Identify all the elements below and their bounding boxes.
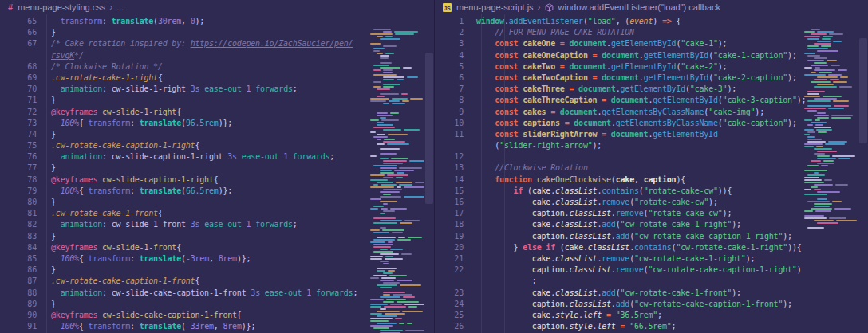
line-number	[0, 50, 37, 61]
code-line[interactable]: 89}	[0, 299, 434, 310]
code-line[interactable]: 68/* Clockwise Rotation */	[0, 61, 434, 72]
code-line[interactable]: 12	[435, 151, 868, 163]
scrollbar[interactable]	[424, 29, 434, 333]
code-line[interactable]: 10 const captions = document.getElements…	[435, 118, 868, 129]
code-line[interactable]: 85 100%{ transform: translate(-3rem, 8re…	[0, 253, 434, 264]
line-number: 68	[0, 61, 37, 72]
code-line[interactable]: ;	[435, 276, 868, 287]
code-line[interactable]: 90@keyframes cw-slide-cake-caption-1-fro…	[0, 310, 434, 321]
line-number: 4	[435, 50, 464, 61]
code-line[interactable]: 75.cw-rotate-cake-caption-1-right{	[0, 140, 434, 151]
code-line[interactable]: 70 animation: cw-slide-1-right 3s ease-o…	[0, 84, 434, 95]
minimap[interactable]	[804, 29, 858, 333]
code-line[interactable]: 23 cake.classList.add("cw-rotate-cake-1-…	[435, 288, 868, 299]
code-line[interactable]: 81.cw-rotate-cake-1-front{	[0, 208, 434, 219]
code-line[interactable]: 80}	[0, 197, 434, 208]
code-line[interactable]: 20 } else if (cake.classList.contains("c…	[435, 242, 868, 253]
code-line[interactable]: 78@keyframes cw-slide-caption-1-right{	[0, 174, 434, 186]
code-line[interactable]: 87.cw-rotate-cake-caption-1-front{	[0, 276, 434, 287]
code-line[interactable]: 69.cw-rotate-cake-1-right{	[0, 72, 434, 84]
code-line[interactable]: 19 caption.classList.add("cw-rotate-cake…	[435, 231, 868, 242]
line-number: 86	[0, 264, 37, 276]
code-line[interactable]: 18 cake.classList.add("cw-rotate-cake-1-…	[435, 219, 868, 230]
code-line[interactable]: 25 cake.style.left = "36.5rem";	[435, 310, 868, 321]
line-number: 90	[0, 310, 37, 321]
code-line[interactable]: 88 animation: cw-slide-cake-caption-1-fr…	[0, 288, 434, 299]
code-line[interactable]: 66}	[0, 27, 434, 38]
breadcrumb-file-js[interactable]: menu-page-script.js	[456, 2, 534, 12]
minimap[interactable]	[370, 29, 424, 333]
code-area-css[interactable]: 65 transform: translate(30rem, 0);66}67/…	[0, 14, 434, 333]
code-line[interactable]: 16 cake.classList.remove("rotate-cake-cw…	[435, 197, 868, 208]
line-number: 11	[435, 129, 464, 140]
code-line[interactable]: 65 transform: translate(30rem, 0);	[0, 16, 434, 27]
code-line[interactable]: 6 const cakeTwoCaption = document.getEle…	[435, 72, 868, 84]
code-line[interactable]: 76 animation: cw-slide-caption-1-right 3…	[0, 151, 434, 163]
code-line[interactable]: 9 const cakes = document.getElementsByCl…	[435, 107, 868, 118]
code-line[interactable]: 86}	[0, 264, 434, 276]
code-line[interactable]: 8 const cakeThreeCaption = document.getE…	[435, 95, 868, 106]
line-number: 18	[435, 219, 464, 230]
code-line[interactable]: 4 const cakeOneCaption = document.getEle…	[435, 50, 868, 61]
line-number: 3	[435, 38, 464, 49]
code-line[interactable]: 91 100%{ transform: translate(-33rem, 8r…	[0, 321, 434, 332]
chevron-right-icon: ›	[109, 2, 112, 13]
code-line[interactable]: 1window.addEventListener("load", (event)…	[435, 16, 868, 27]
scrollbar-thumb[interactable]	[425, 53, 433, 204]
code-line[interactable]: 17 caption.classList.remove("rotate-cake…	[435, 208, 868, 219]
line-number: 80	[0, 197, 37, 208]
line-number: 65	[0, 16, 37, 27]
code-line[interactable]: 5 const cakeTwo = document.getElementByI…	[435, 61, 868, 72]
line-number: 10	[435, 118, 464, 129]
code-line[interactable]: 73 100%{ transform: translate(96.5rem)};	[0, 118, 434, 129]
line-number	[435, 140, 464, 151]
code-line[interactable]: 71}	[0, 95, 434, 106]
code-line[interactable]: 83}	[0, 231, 434, 242]
code-line[interactable]: 11 const sliderRightArrow = document.get…	[435, 129, 868, 140]
code-line[interactable]: 14 function cakeOneClockwise(cake, capti…	[435, 174, 868, 186]
code-line[interactable]: 84@keyframes cw-slide-1-front{	[0, 242, 434, 253]
code-line[interactable]: ("slider-right-arrow");	[435, 140, 868, 151]
line-number: 88	[0, 288, 37, 299]
code-line[interactable]: 77}	[0, 163, 434, 174]
breadcrumb-symbol[interactable]: window.addEventListener("load") callback	[558, 2, 720, 12]
line-number: 26	[435, 321, 464, 332]
line-number: 20	[435, 242, 464, 253]
scrollbar[interactable]	[858, 29, 868, 333]
code-line[interactable]: 26 caption.style.left = "66.5rem";	[435, 321, 868, 332]
code-line[interactable]: 3 const cakeOne = document.getElementByI…	[435, 38, 868, 49]
line-number: 78	[0, 174, 37, 186]
line-number: 1	[435, 16, 464, 27]
scrollbar-thumb[interactable]	[859, 38, 867, 143]
css-file-icon: #	[8, 2, 13, 12]
editor-group: # menu-page-styling.css › ... 65 transfo…	[0, 0, 868, 333]
line-number: 85	[0, 253, 37, 264]
code-line[interactable]: 82 animation: cw-slide-1-front 3s ease-o…	[0, 219, 434, 230]
line-number: 24	[435, 299, 464, 310]
line-number: 14	[435, 174, 464, 186]
line-number: 70	[0, 84, 37, 95]
code-line[interactable]: 24 caption.classList.add("cw-rotate-cake…	[435, 299, 868, 310]
breadcrumb-file-css[interactable]: menu-page-styling.css	[18, 2, 105, 12]
line-number: 8	[435, 95, 464, 106]
editor-pane-css: # menu-page-styling.css › ... 65 transfo…	[0, 0, 434, 333]
code-line[interactable]: 74}	[0, 129, 434, 140]
line-number: 5	[435, 61, 464, 72]
code-line[interactable]: 22 caption.classList.remove("cw-rotate-c…	[435, 264, 868, 276]
line-number: 75	[0, 140, 37, 151]
line-number: 77	[0, 163, 37, 174]
code-line[interactable]: 67/* Cake rotation inspired by: https://…	[0, 38, 434, 49]
code-line[interactable]: 21 cake.classList.remove("cw-rotate-cake…	[435, 253, 868, 264]
line-number: 74	[0, 129, 37, 140]
line-number: 87	[0, 276, 37, 287]
code-area-js[interactable]: 1window.addEventListener("load", (event)…	[435, 14, 868, 333]
code-line[interactable]: 2 // FOR MENU PAGE CAKE ROTATION	[435, 27, 868, 38]
line-number: 76	[0, 151, 37, 163]
code-line[interactable]: 79 100%{ transform: translate(66.5rem)};	[0, 186, 434, 197]
code-line[interactable]: 7 const cakeThree = document.getElementB…	[435, 84, 868, 95]
code-line[interactable]: rsvgK*/	[0, 50, 434, 61]
code-line[interactable]: 15 if (cake.classList.contains("rotate-c…	[435, 186, 868, 197]
breadcrumb-tail[interactable]: ...	[116, 2, 124, 12]
code-line[interactable]: 13 //Clockwise Rotation	[435, 163, 868, 174]
code-line[interactable]: 72@keyframes cw-slide-1-right{	[0, 107, 434, 118]
